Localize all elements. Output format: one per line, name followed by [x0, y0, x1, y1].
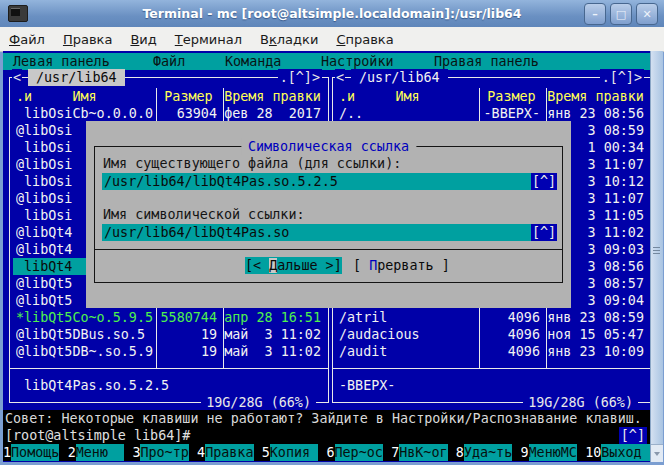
column-name[interactable]: Имя: [395, 89, 419, 104]
symlink-name-label: Имя символической ссылки:: [103, 206, 305, 223]
column-size[interactable]: Размер: [160, 88, 217, 105]
panel-corner-marks[interactable]: .[^]>: [278, 69, 322, 86]
file-row[interactable]: /..-ВВЕРХ-янв 23 08:56: [333, 105, 650, 122]
mc-menu-item[interactable]: Левая панель: [13, 53, 110, 70]
right-panel-free-space: 19G/28G (66%): [523, 394, 638, 411]
function-key-bar: 1Помощь2Меню3Про~тр4Правка5Копия6Пер~ос7…: [3, 444, 650, 461]
panel-corner-marks[interactable]: .[^]>: [600, 69, 644, 86]
scrollbar-grip-icon[interactable]: [653, 245, 660, 256]
mc-menu-bar: Левая панельФайлКомандаНастройкиПравая п…: [3, 53, 650, 70]
mc-menu-item[interactable]: Правая панель: [434, 53, 539, 70]
input-history-button[interactable]: [^]: [531, 173, 557, 190]
existing-file-input[interactable]: /usr/lib64/libQt4Pas.so.5.2.5[^]: [102, 173, 555, 190]
menu-item[interactable]: Правка: [54, 30, 121, 49]
sort-indicator: .и: [339, 88, 355, 105]
mc-menu-item[interactable]: Настройки: [321, 53, 394, 70]
dialog-separator: [95, 249, 562, 250]
terminal-screen: Левая панельФайлКомандаНастройкиПравая п…: [3, 51, 650, 462]
fn-key-button[interactable]: 8Уда~ть: [456, 444, 521, 461]
symlink-name-input[interactable]: /usr/lib64/libQt4Pas.so[^]: [102, 224, 555, 241]
column-name[interactable]: Имя: [72, 89, 96, 104]
titlebar[interactable]: Terminal - mc [root@altsimple.localdomai…: [0, 0, 664, 28]
left-panel-free-space: 19G/28G (66%): [201, 394, 316, 411]
left-panel-path[interactable]: /usr/lib64: [28, 69, 125, 86]
next-button[interactable]: [< Дальше >]: [245, 257, 342, 274]
right-panel-header: .иИмя Размер Время правки: [333, 88, 650, 105]
mc-menu-item[interactable]: Файл: [153, 53, 185, 70]
window-title: Terminal - mc [root@altsimple.localdomai…: [0, 6, 664, 21]
close-button[interactable]: ✕: [636, 3, 658, 25]
right-panel-status: -ВВЕРХ-: [339, 377, 644, 394]
fn-key-button[interactable]: 7НвК~ог: [391, 444, 456, 461]
command-history-button[interactable]: [^]: [619, 427, 647, 444]
panel-separator: [10, 368, 328, 369]
panel-history-back-icon[interactable]: <: [12, 69, 22, 86]
scrollbar-down-button[interactable]: [651, 444, 663, 462]
command-line[interactable]: [root@altsimple lib64]#[^]: [3, 427, 652, 444]
file-row[interactable]: /audacious4096ноя 15 05:47: [333, 326, 650, 343]
left-panel-header: .иИмя Размер Время правки: [10, 88, 328, 105]
menu-item[interactable]: Вкладки: [251, 30, 327, 49]
column-mtime[interactable]: Время правки: [547, 88, 644, 105]
menu-item[interactable]: Терминал: [166, 30, 251, 49]
cancel-button[interactable]: [ Прервать ]: [353, 257, 450, 274]
file-row[interactable]: /audit4096янв 23 10:09: [333, 343, 650, 360]
fn-key-button[interactable]: 3Про~тр: [132, 444, 197, 461]
input-history-button[interactable]: [^]: [531, 224, 557, 241]
file-row[interactable]: /atril4096янв 23 08:59: [333, 309, 650, 326]
scrollbar[interactable]: [650, 51, 663, 462]
menubar: ФайлПравкаВидТерминалВкладкиСправка: [0, 27, 664, 52]
dialog-title: Символическая ссылка: [241, 138, 416, 155]
fn-key-button[interactable]: 6Пер~ос: [326, 444, 391, 461]
column-mtime[interactable]: Время правки: [224, 88, 321, 105]
file-row[interactable]: libOsiCb~o.0.0.063904фев 28 2017: [10, 105, 328, 122]
panel-history-back-icon[interactable]: <: [335, 69, 345, 86]
left-panel-status: libQt4Pas.so.5.2.5: [16, 377, 322, 394]
file-row[interactable]: @libQt5DBus.so.519май 3 11:02: [10, 326, 328, 343]
minimize-button[interactable]: –: [584, 3, 606, 25]
panel-separator: [333, 368, 650, 369]
menu-item[interactable]: Файл: [0, 30, 54, 49]
right-panel-path[interactable]: /usr/lib64: [351, 69, 448, 86]
fn-key-button[interactable]: 4Правка: [197, 444, 262, 461]
fn-key-button[interactable]: 1Помощь: [3, 444, 68, 461]
terminal-window: Terminal - mc [root@altsimple.localdomai…: [0, 0, 664, 465]
file-row[interactable]: *libQt5Co~o.5.9.55580744апр 28 16:51: [10, 309, 328, 326]
fn-key-button[interactable]: 10Выход: [585, 444, 650, 461]
sort-indicator: .и: [16, 88, 32, 105]
column-size[interactable]: Размер: [483, 88, 540, 105]
fn-key-button[interactable]: 2Меню: [68, 444, 133, 461]
hint-line: Совет: Некоторые клавиши не работают? За…: [3, 410, 652, 427]
menu-item[interactable]: Вид: [121, 30, 165, 49]
symlink-dialog: Символическая ссылка Имя существующего ф…: [86, 121, 571, 308]
fn-key-button[interactable]: 9МенюМС: [521, 444, 586, 461]
menu-item[interactable]: Справка: [327, 30, 402, 49]
maximize-button[interactable]: □: [610, 3, 632, 25]
fn-key-button[interactable]: 5Копия: [262, 444, 327, 461]
existing-file-label: Имя существующего файла (для ссылки):: [103, 155, 401, 172]
dialog-frame: Символическая ссылка Имя существующего ф…: [94, 146, 563, 283]
file-row[interactable]: @libQt5DB~.so.5.919май 3 11:02: [10, 343, 328, 360]
mc-menu-item[interactable]: Команда: [225, 53, 281, 70]
shell-prompt: [root@altsimple lib64]#: [5, 428, 190, 443]
